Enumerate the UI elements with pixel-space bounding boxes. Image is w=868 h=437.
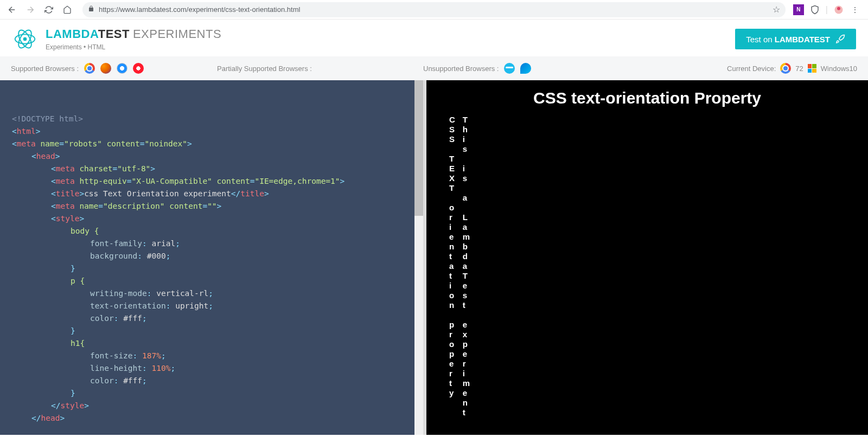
forward-button[interactable] xyxy=(23,2,38,17)
edge-icon xyxy=(520,63,531,74)
lock-icon xyxy=(88,5,94,14)
shield-extension-icon[interactable] xyxy=(809,4,820,15)
partial-label: Partially Supported Browsers : xyxy=(217,65,312,73)
vertical-text-col1: CSS TEXT orientation property xyxy=(449,115,455,417)
reload-button[interactable] xyxy=(41,2,56,17)
safari-icon xyxy=(117,63,127,74)
logo-title: LAMBDATESTEXPERIMENTS xyxy=(46,27,221,41)
chrome-device-icon xyxy=(780,63,791,74)
code-content: <!DOCTYPE html> <html> <meta name="robot… xyxy=(0,80,423,435)
address-bar[interactable]: https://www.lambdatest.com/experiment/cs… xyxy=(82,2,786,17)
onenote-icon[interactable]: N xyxy=(793,4,804,15)
svg-point-5 xyxy=(24,38,27,41)
code-pane[interactable]: <!DOCTYPE html> <html> <meta name="robot… xyxy=(0,80,423,435)
opera-icon xyxy=(133,63,144,74)
main-split: <!DOCTYPE html> <html> <meta name="robot… xyxy=(0,80,868,435)
test-on-lambdatest-button[interactable]: Test on LAMBDATEST xyxy=(735,29,856,49)
support-bar: Supported Browsers : Partially Supported… xyxy=(0,56,868,80)
breadcrumb: Experiments • HTML xyxy=(46,43,221,51)
svg-point-1 xyxy=(837,7,840,10)
profile-icon[interactable] xyxy=(833,4,844,15)
logo-block: LAMBDATESTEXPERIMENTS Experiments • HTML xyxy=(12,26,221,52)
preview-pane: CSS text-orientation Property CSS TEXT o… xyxy=(426,80,868,435)
browser-chrome: https://www.lambdatest.com/experiment/cs… xyxy=(0,0,868,20)
unsupported-label: Unsupported Browsers : xyxy=(423,65,499,73)
preview-text: CSS TEXT orientation property This is a … xyxy=(437,115,857,417)
ie-icon xyxy=(504,63,515,74)
extension-icons: N | ⋮ xyxy=(793,4,864,15)
scrollbar-thumb[interactable] xyxy=(414,80,423,216)
chrome-version: 72 xyxy=(795,65,803,73)
device-label: Current Device: xyxy=(727,65,776,73)
chrome-icon xyxy=(84,63,95,74)
preview-heading: CSS text-orientation Property xyxy=(437,89,857,107)
menu-button[interactable]: ⋮ xyxy=(850,4,860,15)
url-text: https://www.lambdatest.com/experiment/cs… xyxy=(99,5,768,14)
rocket-icon xyxy=(835,34,845,44)
os-name: Windows10 xyxy=(821,65,857,73)
home-button[interactable] xyxy=(60,2,75,17)
firefox-icon xyxy=(100,63,111,74)
vertical-text-col2: This is a LambdaTest experiment xyxy=(463,115,470,417)
code-scrollbar[interactable] xyxy=(414,80,423,435)
site-header: LAMBDATESTEXPERIMENTS Experiments • HTML… xyxy=(0,20,868,56)
back-button[interactable] xyxy=(4,2,20,17)
windows-icon xyxy=(808,64,816,73)
lambdatest-logo-icon xyxy=(12,26,38,52)
star-icon[interactable]: ☆ xyxy=(773,4,780,15)
supported-label: Supported Browsers : xyxy=(11,65,79,73)
